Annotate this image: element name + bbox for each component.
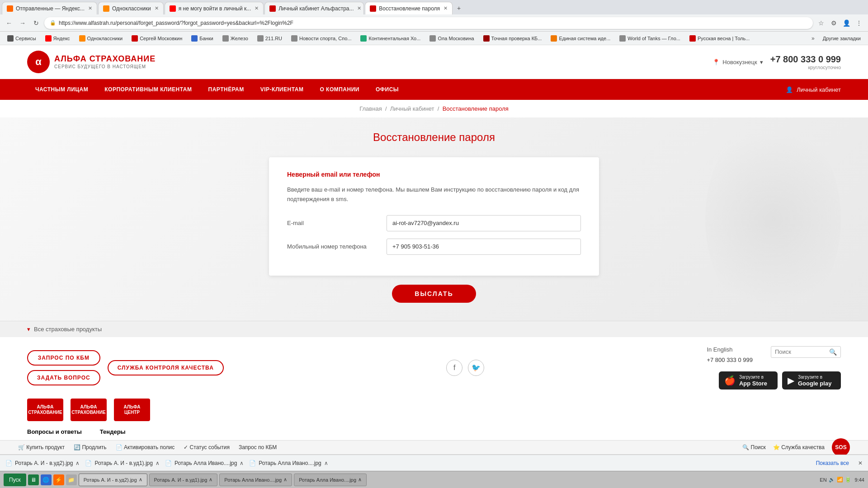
footer-phone: +7 800 333 0 999 [707,357,753,363]
nav-item-private[interactable]: ЧАСТНЫМ ЛИЦАМ [27,79,96,100]
tab-close-3[interactable]: ✕ [255,5,259,11]
bookmark-serg[interactable]: Сергей Московкин [128,34,186,42]
footer-search-icon[interactable]: 🔍 [829,348,837,356]
taskbar-app-2[interactable]: Ротарь А. И - в.уд1).jpg ∧ [149,474,218,486]
nav-cabinet[interactable]: 👤 Личный кабинет [786,81,841,99]
download-chevron-3[interactable]: ∧ [240,460,244,466]
tab-close-1[interactable]: ✕ [88,5,92,11]
phone-input[interactable] [387,239,581,255]
bookmark-khl[interactable]: Континентальная Хо... [357,34,424,42]
bookmark-icon-services [7,35,14,42]
location-info[interactable]: 📍 Новокузнецк ▾ [712,59,763,66]
bookmark-label-wot: World of Tanks — Гло... [627,36,680,41]
bookmark-wot[interactable]: World of Tanks — Гло... [616,34,684,42]
bookmark-kbm[interactable]: Точная проверка КБ... [480,34,546,42]
google-play-badge[interactable]: ▶ Загрузите в Google play [782,371,841,389]
event-status-link[interactable]: ✓ Статус события [184,444,230,450]
bookmark-icon-ola [429,35,436,42]
tab-close-4[interactable]: ✕ [357,5,361,11]
breadcrumb-cabinet[interactable]: Личный кабинет [390,105,434,112]
ask-question-button[interactable]: ЗАДАТЬ ВОПРОС [27,370,100,385]
in-english-link[interactable]: In English [707,346,753,353]
bookmark-yandex[interactable]: Яндекс [42,34,74,42]
taskbar-app-chevron-1: ∧ [139,477,142,483]
tab-1[interactable]: Отправленные — Яндекс... ✕ [2,2,97,14]
search-bottom-link[interactable]: 🔍 Поиск [742,444,766,450]
taskbar-icon-1[interactable]: 🖥 [28,474,39,485]
bookmark-other[interactable]: Другие закладки [819,35,864,42]
download-item-4[interactable]: 📄 Ротарь Алла Ивано....jpg ∧ [249,460,328,466]
new-tab-button[interactable]: + [453,2,464,14]
more-bookmarks-button[interactable]: » [809,34,817,42]
activate-policy-link[interactable]: 📄 Активировать полис [116,444,175,450]
bookmark-icon-wot [619,35,626,42]
breadcrumb-home[interactable]: Главная [359,105,382,112]
nav-item-company[interactable]: О КОМПАНИИ [311,79,368,100]
close-download-bar[interactable]: ✕ [858,460,863,466]
bookmark-ola[interactable]: Ола Московина [426,34,477,42]
download-item-3[interactable]: 📄 Ротарь Алла Ивано....jpg ∧ [165,460,244,466]
footer-search-input[interactable] [775,348,829,355]
show-all-downloads[interactable]: Показать все [816,460,849,466]
twitter-icon[interactable]: 🐦 [468,360,484,376]
bookmark-icon-news [291,35,297,42]
forward-button[interactable]: → [17,18,28,28]
bookmark-banks[interactable]: Банки [188,34,217,42]
extend-link[interactable]: 🔄 Продлить [74,444,107,450]
nav-item-offices[interactable]: ОФИСЫ [368,79,407,100]
bookmark-ok[interactable]: Одноклассники [75,34,127,42]
tab-4[interactable]: Личный кабинет Альфастра... ✕ [264,2,364,14]
bookmark-iron[interactable]: Железо [219,34,252,42]
refresh-button[interactable]: ↻ [31,18,42,28]
tab-2[interactable]: Одноклассники ✕ [98,2,164,14]
tab-favicon-1 [7,5,13,12]
submit-button[interactable]: ВЫСЛАТЬ [392,285,476,303]
taskbar-icon-3[interactable]: ⚡ [53,474,64,485]
facebook-icon[interactable]: f [446,360,462,376]
bookmark-icon-khl [360,35,367,42]
taskbar-app-3[interactable]: Ротарь Алла Ивано....jpg ∧ [219,474,292,486]
tab-close-2[interactable]: ✕ [155,5,159,11]
kbm-button[interactable]: ЗАПРОС ПО КБМ [27,350,100,366]
taskbar-app-4[interactable]: Ротарь Алла Ивано....jpg ∧ [294,474,367,486]
address-field[interactable]: 🔒 https://www.alfastrah.ru/personal/forg… [44,17,813,29]
download-chevron-4[interactable]: ∧ [324,460,328,466]
google-play-label: Загрузите в [798,374,831,380]
nav-item-corporate[interactable]: КОРПОРАТИВНЫМ КЛИЕНТАМ [96,79,200,100]
download-chevron-1[interactable]: ∧ [75,460,80,466]
buy-product-link[interactable]: 🛒 Купить продукт [18,444,65,450]
extensions-button[interactable]: ⚙ [828,18,839,28]
back-button[interactable]: ← [4,18,14,28]
bookmark-services[interactable]: Сервисы [4,34,40,42]
download-chevron-2[interactable]: ∧ [156,460,160,466]
quality-bottom-link[interactable]: ⭐ Служба качества [773,444,825,450]
profile-button[interactable]: 👤 [841,18,852,28]
download-item-2[interactable]: 📄 Ротарь А. И - в.уд1).jpg ∧ [85,460,159,466]
nav-item-vip[interactable]: VIP-КЛИЕНТАМ [252,79,312,100]
download-item-1[interactable]: 📄 Ротарь А. И - в.уд2).jpg ∧ [5,460,80,466]
tab-5[interactable]: Восстановление пароля ✕ [365,2,453,14]
nav-item-partners[interactable]: ПАРТНЁРАМ [200,79,252,100]
bookmark-spring[interactable]: Русская весна | Толь... [686,34,753,42]
tab-close-5[interactable]: ✕ [443,5,448,11]
bookmark-esm[interactable]: Единая система иде... [547,34,614,42]
email-input[interactable] [387,215,581,231]
social-icons: f 🐦 [446,360,484,376]
nav-items: ЧАСТНЫМ ЛИЦАМ КОРПОРАТИВНЫМ КЛИЕНТАМ ПАР… [27,79,407,100]
menu-button[interactable]: ⋮ [854,18,864,28]
taskbar-icon-2[interactable]: 🌐 [41,474,52,485]
taskbar-app-1[interactable]: Ротарь А. И - в.уд2).jpg ∧ [79,474,147,486]
kbm-request-link[interactable]: Запрос по КБМ [239,444,277,450]
bookmark-211[interactable]: 211.RU [254,34,286,42]
tab-3[interactable]: я не могу войти в личный к... ✕ [165,2,264,14]
quality-control-button[interactable]: СЛУЖБА КОНТРОЛЯ КАЧЕСТВА [108,360,224,375]
taskbar-icon-4[interactable]: 📁 [66,474,77,485]
bookmark-star-button[interactable]: ☆ [816,18,826,28]
bookmark-news[interactable]: Новости спорта, Спо... [288,34,355,42]
start-button[interactable]: Пуск [4,474,26,486]
products-bar[interactable]: ▾ Все страховые продукты [0,321,868,337]
app-store-badge[interactable]: 🍎 Загрузите в App Store [719,371,778,389]
tab-bar: Отправленные — Яндекс... ✕ Одноклассники… [0,0,868,14]
sos-button[interactable]: SOS [832,438,850,456]
bookmark-label-khl: Континентальная Хо... [368,36,420,41]
